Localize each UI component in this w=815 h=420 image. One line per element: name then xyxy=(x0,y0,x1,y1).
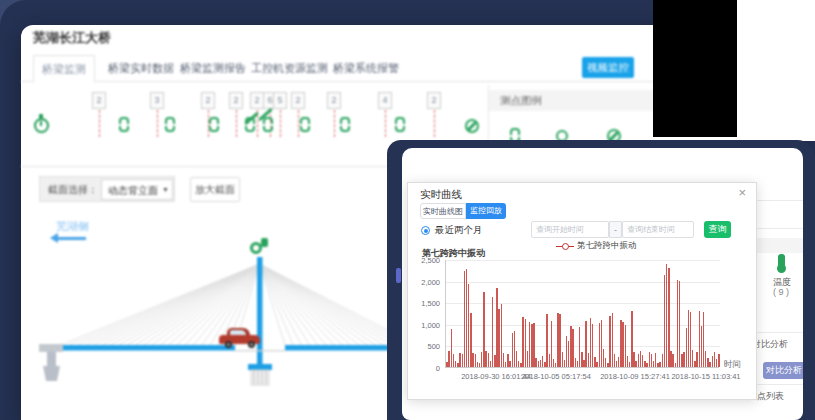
sensor-count-badge: 2 xyxy=(229,92,243,109)
realtime-curve-dialog: 实时曲线 × 实时曲线图 监控回放 最近两个月 - 查询 第七跨跨中振动 第七跨… xyxy=(407,182,757,400)
chart-bar xyxy=(479,363,480,367)
vibration-chart-plot xyxy=(445,260,719,368)
chart-bar xyxy=(705,351,706,367)
section-dropdown-value: 动态背立面 xyxy=(108,184,158,198)
x-axis-tick-label: 2018-10-15 11:03:41 xyxy=(671,372,740,381)
main-tab-2[interactable]: 桥梁监测报告 xyxy=(172,55,254,82)
sensor-count-badge: 2 xyxy=(291,92,305,109)
section-divider xyxy=(750,332,803,333)
query-button[interactable]: 查询 xyxy=(704,221,731,238)
chart-bar xyxy=(446,362,447,367)
abutment-base xyxy=(43,366,60,381)
chart-bar xyxy=(457,363,458,367)
chart-bar xyxy=(699,311,700,367)
chart-bar xyxy=(718,354,719,367)
query-start-time-input[interactable] xyxy=(531,221,609,238)
chart-bar xyxy=(477,362,478,367)
chart-bar xyxy=(662,354,663,367)
chart-bar xyxy=(546,314,547,367)
chart-bar xyxy=(575,358,576,367)
chart-bar xyxy=(453,354,454,367)
main-tab-0[interactable]: 桥梁监测 xyxy=(33,55,95,82)
alarm-dashed-line xyxy=(157,110,158,137)
chart-bar xyxy=(562,352,563,367)
chart-bar xyxy=(540,360,541,367)
chart-bar xyxy=(555,363,556,367)
chart-bar xyxy=(481,352,482,367)
chart-bar xyxy=(601,320,602,368)
scrollbar-thumb[interactable] xyxy=(396,268,401,283)
alarm-dashed-line xyxy=(99,110,100,137)
chart-bar xyxy=(462,354,463,367)
tab-realtime-curve[interactable]: 实时曲线图 xyxy=(420,203,466,219)
x-axis-name: 时间 xyxy=(724,359,741,371)
pier-cap xyxy=(248,364,272,370)
chart-bar xyxy=(596,362,597,367)
sensor-count-badge: 2 xyxy=(250,92,264,109)
chart-bar xyxy=(616,361,617,367)
compare-analysis-button[interactable]: 对比分析 xyxy=(763,362,803,379)
deck-joint xyxy=(235,350,285,351)
main-tab-3[interactable]: 工控机资源监测 xyxy=(243,55,336,82)
chart-bar xyxy=(644,361,645,367)
y-axis-tick-label: 2,000 xyxy=(402,278,440,287)
main-tab-4[interactable]: 桥梁系统报警 xyxy=(325,55,407,82)
y-axis-tick-label: 1,500 xyxy=(402,299,440,308)
list-divider xyxy=(750,228,803,229)
chart-bar xyxy=(572,329,573,367)
section-select-group: 截面选择： 动态背立面 ▼ xyxy=(39,176,175,202)
sensor-count-badge: 5 xyxy=(273,92,287,109)
chart-bar xyxy=(666,264,667,367)
chain-link-icon xyxy=(209,117,219,132)
chart-bar xyxy=(559,314,560,367)
chart-legend[interactable]: 第七跨跨中振动 xyxy=(556,240,637,252)
chart-bar xyxy=(620,320,621,367)
section-divider xyxy=(750,384,803,385)
tower-sensor-icon xyxy=(250,242,262,254)
chain-link-icon xyxy=(165,117,175,132)
sensor-count-badge: 4 xyxy=(378,92,392,109)
tab-monitor-playback[interactable]: 监控回放 xyxy=(466,203,506,219)
abutment-stem xyxy=(47,352,56,366)
chart-bar xyxy=(631,311,632,367)
query-end-time-input[interactable] xyxy=(622,221,694,238)
sensor-count-badge: 2 xyxy=(92,92,106,109)
chart-bar xyxy=(494,355,495,368)
alarm-dashed-line xyxy=(434,110,435,137)
chart-bar xyxy=(625,325,626,367)
zoom-section-button[interactable]: 放大截面 xyxy=(190,177,240,202)
chart-bar xyxy=(468,284,469,367)
chart-bar xyxy=(549,354,550,367)
chart-bar xyxy=(564,360,565,367)
chart-bar xyxy=(712,356,713,367)
chain-link-icon xyxy=(263,117,273,132)
y-axis-tick-label: 500 xyxy=(402,342,440,351)
section-dropdown[interactable]: 动态背立面 ▼ xyxy=(101,179,173,200)
y-axis-tick-label: 1,000 xyxy=(402,321,440,330)
close-icon[interactable]: × xyxy=(738,185,746,200)
chart-bar xyxy=(514,331,515,367)
redacted-black-area xyxy=(653,0,737,137)
chart-bar xyxy=(588,353,589,367)
page-canvas: 芜湖长江大桥 桥梁监测桥梁实时数据桥梁监测报告工控机资源监测桥梁系统报警 视频监… xyxy=(0,0,815,420)
alarm-dashed-line xyxy=(298,110,299,137)
chart-bar xyxy=(672,354,673,367)
chart-bar xyxy=(692,350,693,367)
chart-bar xyxy=(542,356,543,367)
chart-bar xyxy=(635,361,636,368)
video-monitor-button[interactable]: 视频监控 xyxy=(582,57,634,78)
temperature-count: ( 9 ) xyxy=(773,287,789,297)
chart-bar xyxy=(483,292,484,367)
chain-link-icon xyxy=(395,117,405,132)
section-select-label: 截面选择： xyxy=(48,183,98,197)
sensor-count-badge: 3 xyxy=(150,92,164,109)
radio-last-two-months[interactable] xyxy=(421,226,430,235)
chart-bar xyxy=(707,358,708,367)
abutment-cap xyxy=(39,344,63,352)
main-tab-1[interactable]: 桥梁实时数据 xyxy=(100,55,182,82)
chart-bar xyxy=(466,269,467,367)
chart-bar xyxy=(518,361,519,367)
chart-bar xyxy=(551,321,552,367)
chart-bar xyxy=(581,352,582,367)
chart-bar xyxy=(529,322,530,367)
